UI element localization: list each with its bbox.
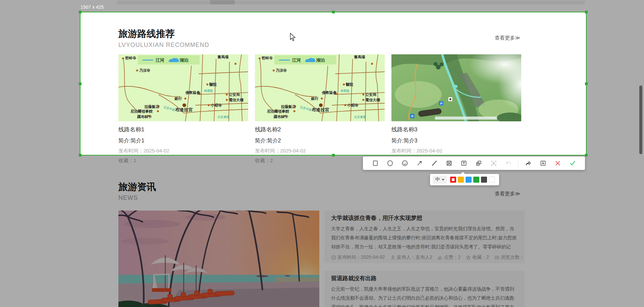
color-swatch-yellow[interactable]	[458, 177, 464, 183]
selection-handle-bottom-middle[interactable]	[332, 154, 335, 157]
author-meta: 发布人：发布人2	[390, 254, 432, 260]
color-swatch-green[interactable]	[473, 177, 479, 183]
news-title: 大学就该抓住青春，用汗水实现梦想	[331, 215, 518, 221]
selection-handle-top-left[interactable]	[79, 11, 82, 13]
news-title: 留退路就没有出路	[331, 275, 518, 282]
news-meta-row: 发布时间：2025-04-02 发布人：发布人2 点赞：2 收藏：2	[331, 254, 518, 260]
thumbs-up-icon	[437, 255, 442, 260]
likes-meta: 点赞：2	[437, 254, 461, 260]
news-beach-photo	[118, 210, 319, 307]
news-item-1[interactable]: 大学就该抓住青春，用汗水实现梦想 大学之青春，人生之春，人生之王，人生之华也，宝…	[324, 210, 525, 263]
news-item-2[interactable]: 留退路就没有出路 公元前一世纪，凯撒大帝率领他的军队抵达了英格兰，他决心要赢得这…	[324, 271, 525, 307]
selection-handle-top-right[interactable]	[585, 11, 588, 13]
selection-handle-middle-left[interactable]	[79, 82, 82, 85]
text-tool-button[interactable]	[459, 158, 469, 168]
browser-chrome-fragment	[210, 0, 234, 4]
text-size-value: 中	[435, 177, 440, 183]
mosaic-tool-button[interactable]	[444, 158, 454, 168]
news-section-title: 旅游资讯	[118, 182, 156, 192]
arrow-tool-button[interactable]	[415, 158, 425, 168]
views-meta: 浏览次数：2	[494, 254, 525, 260]
caret-down-icon	[442, 179, 444, 181]
toolbar-separator	[518, 160, 519, 167]
selection-handle-bottom-right[interactable]	[585, 154, 588, 157]
ellipse-tool-button[interactable]	[385, 158, 395, 168]
news-body: 大学之青春，人生之春，人生之王，人生之华也，宝贵的时光我们理当去珍惜。然而，当我…	[331, 224, 518, 251]
news-more-link[interactable]: 查看更多≫	[495, 191, 520, 197]
views-icon	[494, 255, 499, 260]
emoji-tool-button[interactable]	[400, 158, 410, 168]
news-body: 公元前一世纪，凯撒大帝率领他的军队抵达了英格兰，他决心要赢得这场战争，不管遇到什…	[331, 285, 518, 307]
clock-icon	[331, 255, 336, 260]
rectangle-tool-button[interactable]	[370, 158, 380, 168]
color-swatch-blue[interactable]	[466, 177, 472, 183]
color-swatch-white[interactable]	[489, 177, 495, 183]
color-swatch-red[interactable]	[450, 177, 456, 183]
selection-handle-top-middle[interactable]	[332, 11, 335, 13]
confirm-capture-button[interactable]	[568, 158, 578, 168]
download-button[interactable]	[538, 158, 548, 168]
news-section-subtitle: NEWS	[118, 194, 138, 201]
user-icon	[390, 255, 395, 260]
undo-button[interactable]	[503, 158, 514, 168]
cancel-capture-button[interactable]	[553, 158, 563, 168]
selection-handle-middle-right[interactable]	[585, 82, 588, 85]
pen-tool-button[interactable]	[429, 158, 439, 168]
pin-tool-button[interactable]	[474, 158, 484, 168]
ocr-tool-button[interactable]	[489, 158, 499, 168]
color-swatch-dark[interactable]	[481, 177, 487, 183]
browser-chrome-strip	[117, 1, 585, 4]
selection-handle-bottom-left[interactable]	[79, 154, 82, 157]
favorites-meta: 收藏：2	[466, 254, 489, 260]
text-options-panel: 中	[430, 174, 499, 185]
selection-size-label: 1507 x 425	[80, 4, 104, 10]
vertical-scrollbar-thumb[interactable]	[639, 85, 642, 154]
text-size-dropdown[interactable]: 中	[433, 176, 447, 184]
screenshot-toolbar	[363, 157, 585, 170]
mouse-cursor-icon	[290, 33, 297, 42]
screen: 江河 湖泊	[0, 0, 644, 307]
capture-selection-area[interactable]	[80, 12, 587, 156]
star-icon	[466, 255, 471, 260]
route-favorites: 收藏：1	[118, 158, 248, 164]
publish-time-meta: 发布时间：2025-04-02	[331, 254, 385, 260]
color-swatches	[450, 177, 495, 183]
panel-notch	[461, 172, 465, 177]
share-button[interactable]	[523, 158, 533, 168]
